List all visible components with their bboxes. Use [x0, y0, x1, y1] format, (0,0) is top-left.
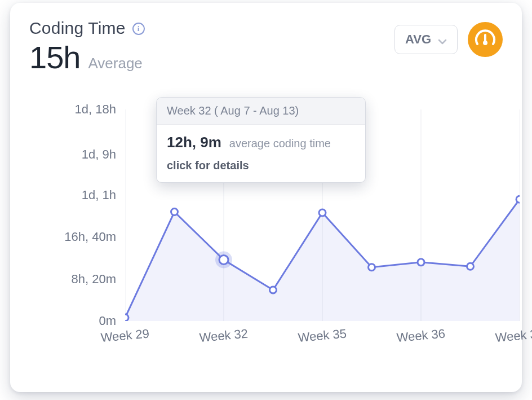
- title-block: Coding Time i 15h Average: [29, 19, 145, 76]
- chart[interactable]: 0m8h, 20m16h, 40m1d, 1h1d, 9h1d, 18h Wee…: [29, 109, 503, 375]
- chart-point[interactable]: [418, 259, 424, 266]
- y-tick-label: 8h, 20m: [72, 272, 117, 287]
- x-tick-label: Week 36: [396, 327, 446, 345]
- x-tick-label: Week 38: [495, 327, 532, 345]
- x-tick-label: Week 35: [298, 327, 347, 345]
- gauge-icon: [468, 22, 503, 57]
- y-tick-label: 1d, 18h: [75, 102, 116, 117]
- aggregation-select-label: AVG: [405, 32, 431, 47]
- card-header: Coding Time i 15h Average AVG: [29, 19, 503, 76]
- metric-value: 15h: [29, 39, 80, 76]
- info-icon[interactable]: i: [132, 23, 145, 35]
- x-tick-label: Week 32: [199, 327, 249, 345]
- card-title: Coding Time: [29, 19, 126, 38]
- y-tick-label: 0m: [99, 314, 116, 328]
- chart-tooltip[interactable]: Week 32 ( Aug 7 - Aug 13) 12h, 9m averag…: [156, 97, 366, 183]
- chart-point[interactable]: [171, 209, 178, 216]
- chart-point[interactable]: [125, 314, 128, 321]
- tooltip-cta[interactable]: click for details: [167, 159, 355, 172]
- coding-time-card: Coding Time i 15h Average AVG: [10, 3, 522, 392]
- svg-point-1: [483, 41, 487, 45]
- chart-point[interactable]: [369, 264, 375, 271]
- y-axis: 0m8h, 20m16h, 40m1d, 1h1d, 9h1d, 18h: [29, 109, 125, 321]
- y-tick-label: 16h, 40m: [64, 230, 116, 244]
- tooltip-suffix: average coding time: [229, 137, 331, 150]
- tooltip-title: Week 32 ( Aug 7 - Aug 13): [157, 98, 365, 125]
- x-axis: Week 29Week 32Week 35Week 36Week 38: [125, 328, 520, 362]
- metric-label: Average: [88, 55, 142, 72]
- x-tick-label: Week 29: [100, 327, 150, 345]
- aggregation-select[interactable]: AVG: [394, 25, 458, 54]
- y-tick-label: 1d, 9h: [82, 147, 116, 162]
- chart-point[interactable]: [219, 256, 228, 265]
- chevron-down-icon: [438, 35, 447, 44]
- y-tick-label: 1d, 1h: [82, 188, 116, 203]
- chart-point[interactable]: [467, 263, 474, 270]
- chart-point[interactable]: [319, 209, 326, 216]
- chart-point[interactable]: [270, 287, 277, 293]
- chart-point[interactable]: [516, 196, 520, 203]
- tooltip-value: 12h, 9m: [167, 134, 221, 151]
- header-controls: AVG: [394, 22, 503, 57]
